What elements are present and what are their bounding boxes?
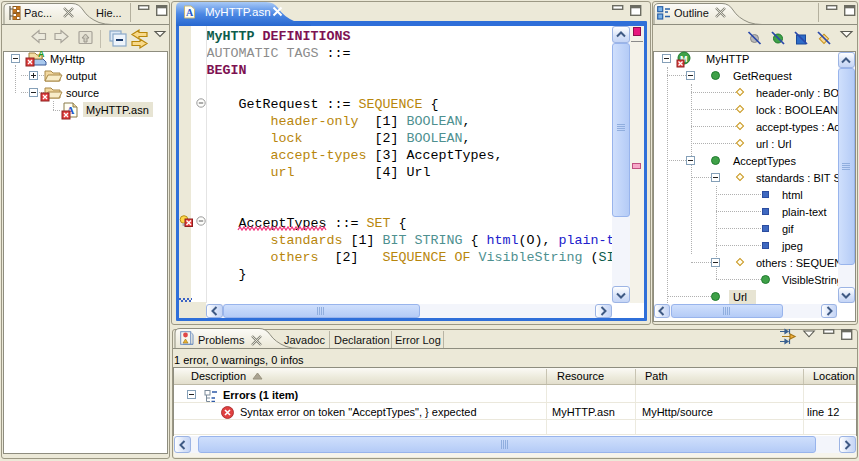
svg-text:A: A: [38, 50, 45, 59]
svg-text:A: A: [186, 7, 194, 18]
